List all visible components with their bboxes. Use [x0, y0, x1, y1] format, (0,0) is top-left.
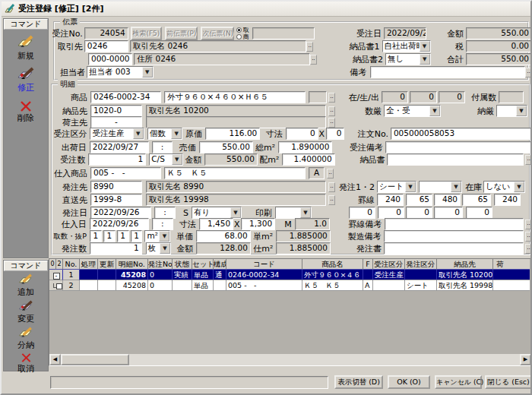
po-date-field[interactable]: 2022/09/26 [90, 207, 151, 219]
radio-tori[interactable]: 取 [236, 27, 251, 33]
address-lookup-button[interactable]: .. [310, 55, 317, 65]
po12-a-dropdown[interactable]: シート▼ [377, 181, 416, 193]
product-code-field[interactable]: 0246-0002-34 [90, 91, 161, 103]
order-note-field[interactable] [385, 141, 532, 153]
sidebar-item-modify[interactable]: 修正 [4, 67, 48, 93]
order-class-dropdown[interactable]: 受注生産▼ [90, 128, 144, 140]
col-shori[interactable]: 処理 [80, 259, 98, 270]
pieces-field-1[interactable]: 1 [90, 230, 102, 242]
unit-class-dropdown[interactable]: 個数▼ [147, 128, 183, 140]
po-time-field[interactable]: : [154, 207, 176, 219]
col-koshin[interactable]: 更新 [98, 259, 116, 270]
rule-field-3[interactable]: 480 [434, 194, 461, 206]
pieces-field-4[interactable]: 1 [131, 230, 143, 242]
po-no-field[interactable]: 005000058053 [391, 128, 532, 140]
rule-note-expand-button[interactable]: .. [525, 220, 532, 229]
sidebar-item-change[interactable]: 変更 [4, 300, 48, 324]
col-ni[interactable]: 荷 [493, 259, 530, 270]
col-juchu-kubun[interactable]: 受注区分 [373, 259, 405, 270]
delivery-doc-field[interactable] [387, 153, 524, 166]
delivery2-dropdown[interactable]: 無し▼ [385, 53, 431, 65]
qty-unit-dropdown[interactable]: C/S▼ [149, 153, 183, 166]
rule-field-1[interactable]: 240 [377, 194, 404, 206]
shipper-lookup-button[interactable]: .. [328, 118, 335, 128]
ship-date-field[interactable]: 2022/09/27 [90, 141, 149, 153]
size-w-field[interactable]: 0 [286, 128, 318, 140]
supply-name-field[interactable]: Ｋ５ Ｋ５ [164, 167, 306, 179]
total-m2-field[interactable]: 1.890000 [278, 141, 332, 153]
voucher-note-expand-button[interactable]: .. [525, 68, 532, 77]
supply-lookup-button[interactable]: .. [327, 169, 334, 179]
delivery1-dropdown[interactable]: 自社出荷時▼ [382, 40, 431, 52]
sheet-w-field[interactable]: 1,450 [199, 218, 233, 230]
col-hacchu-kubun[interactable]: 発注区分 [405, 259, 437, 270]
supplier-lookup-button[interactable]: .. [328, 182, 335, 192]
direct-lookup-button[interactable]: .. [328, 195, 335, 205]
scroll-right-icon[interactable]: ▶ [520, 354, 531, 365]
scrollbar-thumb[interactable] [61, 354, 129, 365]
grid-horizontal-scrollbar[interactable]: ◀ ▶ [49, 354, 531, 365]
grid-corner-0[interactable]: 0 [49, 259, 56, 270]
po12-b-dropdown[interactable]: ▼ [419, 181, 462, 193]
shipper-code-field[interactable]: - [90, 116, 142, 128]
delivery-strict-dropdown[interactable]: ▼ [496, 105, 527, 117]
stock-dropdown[interactable]: しない▼ [483, 181, 525, 193]
next-voucher-button[interactable]: 次伝票(N) [201, 27, 234, 40]
col-nohinsaki[interactable]: 納品先 [437, 259, 493, 270]
mfg-note-expand-button[interactable]: .. [525, 232, 532, 242]
row-checkbox[interactable] [56, 283, 62, 289]
grid-corner-2[interactable]: 2 [56, 259, 63, 270]
product-name-field[interactable]: 外寸９６０×４６０×Ｈ６５ [164, 91, 306, 103]
price-field[interactable]: 550.00 [199, 141, 253, 153]
search-button[interactable]: 検索(F5) [131, 27, 162, 40]
col-hacchu-no[interactable]: 発注No. [148, 259, 173, 270]
staff-dropdown[interactable]: 担当者 003▼ [87, 66, 154, 78]
col-code[interactable]: コード [226, 259, 302, 270]
col-shohin-mei[interactable]: 商品名 [302, 259, 363, 270]
col-kosei[interactable]: 構成 [214, 259, 226, 270]
po-doc-expand-button[interactable]: .. [525, 244, 532, 254]
pieces-field-3[interactable]: 1 [117, 230, 129, 242]
ok-button[interactable]: OK (O) [388, 375, 430, 389]
close-button[interactable]: 閉じる (Esc) [485, 375, 532, 389]
print-dropdown[interactable]: ▼ [275, 207, 312, 219]
sidebar-item-new[interactable]: 新規 [4, 35, 48, 62]
lookup-field[interactable] [252, 27, 315, 40]
radio-sho[interactable]: 商 [236, 33, 251, 40]
cost-field[interactable]: 116.00 [205, 128, 260, 140]
purchase-time-field[interactable]: : [152, 218, 173, 230]
unit-price-field[interactable]: 68.00 [196, 230, 251, 242]
po-qty-field[interactable]: 1 [90, 242, 142, 254]
pieces-unit-dropdown[interactable]: m²▼ [144, 230, 170, 242]
rule2-field-4[interactable]: 0 [434, 207, 463, 219]
voucher-note-field[interactable] [370, 66, 525, 78]
dist-m2-field[interactable]: 1.400000 [282, 153, 334, 166]
sheet-h-field[interactable]: 1,300 [241, 218, 275, 230]
delivery-doc-expand-button[interactable]: .. [525, 155, 532, 165]
order-no-field[interactable]: 24054 [84, 27, 128, 40]
col-no[interactable]: No. [63, 259, 80, 270]
row-expand-icon[interactable]: - [53, 273, 60, 280]
rule2-field-5[interactable]: 0 [466, 207, 492, 219]
scroll-left-icon[interactable]: ◀ [49, 354, 61, 365]
delivery-to-lookup-button[interactable]: .. [328, 106, 335, 116]
col-jotai[interactable]: 状態 [173, 259, 192, 270]
size-h-field[interactable]: 0 [326, 128, 345, 140]
rule-field-2[interactable]: 65 [406, 194, 432, 206]
po-doc-field[interactable] [384, 242, 524, 254]
col-set[interactable]: セット [192, 259, 214, 270]
rule-field-4[interactable]: 65 [462, 194, 491, 206]
customer-lookup-button[interactable]: .. [306, 42, 313, 52]
rule-field-5[interactable]: 240 [494, 194, 521, 206]
customer-code-field[interactable]: 0246 [84, 40, 128, 52]
purchase-date-field[interactable]: 2022/09/26 [90, 218, 149, 230]
qty-strict-dropdown[interactable]: 全・受▼ [384, 105, 441, 117]
sidebar-item-cancel[interactable]: 取消 [4, 353, 48, 374]
s-dropdown[interactable]: 有り▼ [192, 207, 242, 219]
grid-row-2[interactable]: 2 45208 0 単品 005 - - Ｋ５ Ｋ５ A シート 取引先名 19… [49, 280, 531, 291]
rule2-field-2[interactable]: 0 [378, 207, 404, 219]
delivery-to-code-field[interactable]: 1020-0 [90, 105, 142, 117]
supply-code-field[interactable]: 005 - - [90, 167, 161, 179]
sidebar-item-add[interactable]: 追加 [4, 273, 48, 298]
cancel-button[interactable]: キャンセル (C) [435, 375, 482, 389]
